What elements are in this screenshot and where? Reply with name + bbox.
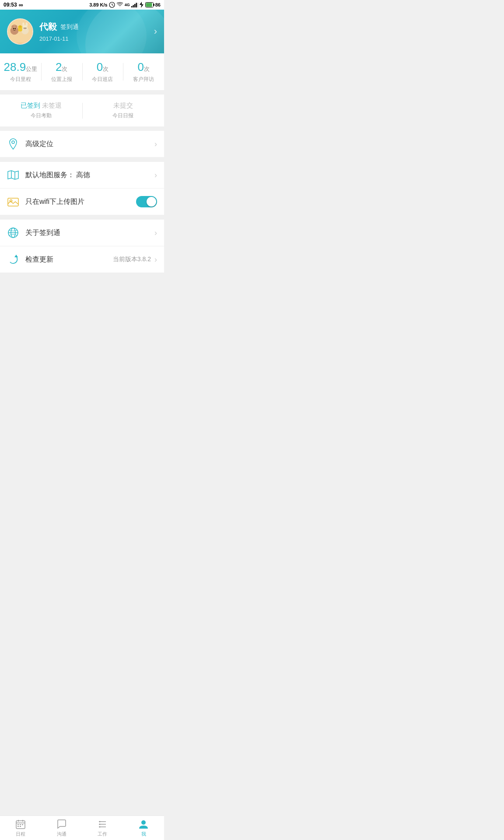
svg-rect-10 xyxy=(153,4,154,6)
attendance-checkin-status: 已签到 未签退 xyxy=(0,102,82,110)
location-icon xyxy=(7,138,19,150)
image-icon xyxy=(7,196,19,208)
user-info: 代毅 签到通 2017-01-11 xyxy=(39,21,79,42)
battery-icon xyxy=(145,2,155,7)
4g-icon: 4G xyxy=(125,3,130,7)
svg-rect-4 xyxy=(133,5,134,8)
svg-point-28 xyxy=(12,141,14,144)
attendance-report: 未提交 今日日报 xyxy=(82,102,164,119)
attendance-report-label: 今日日报 xyxy=(82,112,164,119)
menu-section: 高级定位 › 默认地图服务： 高德 › xyxy=(0,131,164,273)
globe-icon xyxy=(7,227,19,239)
svg-point-16 xyxy=(15,25,18,28)
stat-patrol: 0次 今日巡店 xyxy=(82,60,123,83)
wifi-icon xyxy=(116,2,123,7)
svg-point-25 xyxy=(24,29,25,30)
stat-visit-label: 客户拜访 xyxy=(123,76,164,83)
divider-3 xyxy=(0,158,164,162)
header-banner[interactable]: 代毅 签到通 2017-01-11 › xyxy=(0,10,164,53)
svg-rect-7 xyxy=(137,3,138,8)
battery-percent: 86 xyxy=(155,2,161,7)
menu-item-about[interactable]: 关于签到通 › xyxy=(0,220,164,246)
infinite-icon: ∞ xyxy=(19,1,23,8)
svg-line-2 xyxy=(112,5,113,6)
stat-location-label: 位置上报 xyxy=(41,76,82,83)
svg-point-18 xyxy=(14,28,16,29)
menu-item-update[interactable]: 检查更新 当前版本3.8.2 › xyxy=(0,246,164,273)
stat-distance-number: 28.9公里 xyxy=(0,60,41,74)
toggle-switch[interactable] xyxy=(136,196,157,207)
clock-icon xyxy=(109,2,115,8)
menu-location-text: 高级定位 xyxy=(25,140,154,149)
stat-patrol-label: 今日巡店 xyxy=(82,76,123,83)
divider-2 xyxy=(0,126,164,131)
svg-point-17 xyxy=(13,28,14,29)
avatar xyxy=(7,18,33,45)
svg-point-21 xyxy=(22,22,24,26)
svg-rect-11 xyxy=(146,3,152,7)
svg-marker-36 xyxy=(14,255,18,257)
menu-about-text: 关于签到通 xyxy=(25,228,154,238)
header-left: 代毅 签到通 2017-01-11 xyxy=(7,18,79,45)
status-time: 09:53 xyxy=(4,2,17,8)
attendance-report-status: 未提交 xyxy=(82,102,164,110)
svg-rect-6 xyxy=(136,3,137,8)
stat-distance-label: 今日里程 xyxy=(0,76,41,83)
svg-point-15 xyxy=(11,25,14,28)
stat-patrol-number: 0次 xyxy=(82,60,123,74)
battery-indicator: 86 xyxy=(145,2,161,7)
stat-distance: 28.9公里 今日里程 xyxy=(0,60,41,83)
svg-rect-3 xyxy=(131,6,133,7)
svg-rect-5 xyxy=(134,4,136,7)
avatar-image xyxy=(8,19,32,44)
menu-map-chevron-icon: › xyxy=(154,171,157,180)
map-icon xyxy=(7,169,19,181)
attendance-checkin: 已签到 未签退 今日考勤 xyxy=(0,102,82,119)
menu-map-text: 默认地图服务： 高德 xyxy=(25,171,154,180)
stat-visit: 0次 客户拜访 xyxy=(123,60,164,83)
signal-icon xyxy=(131,2,138,7)
stat-location-number: 2次 xyxy=(41,60,82,74)
menu-item-wifi-upload[interactable]: 只在wifi下上传图片 xyxy=(0,189,164,215)
menu-update-version: 当前版本3.8.2 xyxy=(113,256,151,263)
refresh-icon xyxy=(7,253,19,266)
stats-section: 28.9公里 今日里程 2次 位置上报 0次 今日巡店 0次 客户拜访 xyxy=(0,53,164,90)
divider-1 xyxy=(0,90,164,94)
user-date: 2017-01-11 xyxy=(39,35,79,42)
status-left: 09:53 ∞ xyxy=(4,1,23,8)
status-right: 3.89 K/s 4G xyxy=(89,2,161,8)
menu-item-map[interactable]: 默认地图服务： 高德 › xyxy=(0,162,164,189)
menu-update-chevron-icon: › xyxy=(154,255,157,264)
menu-item-location[interactable]: 高级定位 › xyxy=(0,131,164,158)
attendance-section: 已签到 未签退 今日考勤 未提交 今日日报 xyxy=(0,94,164,126)
app-name: 签到通 xyxy=(60,23,79,31)
svg-point-23 xyxy=(24,28,24,28)
svg-point-22 xyxy=(26,22,28,26)
toggle-knob xyxy=(147,197,156,206)
stat-visit-number: 0次 xyxy=(123,60,164,74)
charging-icon xyxy=(140,2,144,8)
user-name: 代毅 xyxy=(39,21,57,33)
menu-location-chevron-icon: › xyxy=(154,140,157,149)
svg-point-24 xyxy=(25,28,26,28)
wifi-upload-toggle[interactable] xyxy=(136,196,157,207)
menu-wifi-upload-text: 只在wifi下上传图片 xyxy=(25,197,136,206)
attendance-checkin-label: 今日考勤 xyxy=(0,112,82,119)
menu-update-text: 检查更新 xyxy=(25,255,113,264)
svg-point-27 xyxy=(19,25,21,28)
divider-4 xyxy=(0,215,164,220)
header-chevron-icon[interactable]: › xyxy=(154,26,157,37)
menu-about-chevron-icon: › xyxy=(154,228,157,238)
network-speed: 3.89 K/s xyxy=(89,2,108,7)
svg-marker-8 xyxy=(140,2,144,8)
stat-location: 2次 位置上报 xyxy=(41,60,82,83)
status-bar: 09:53 ∞ 3.89 K/s 4G xyxy=(0,0,164,10)
